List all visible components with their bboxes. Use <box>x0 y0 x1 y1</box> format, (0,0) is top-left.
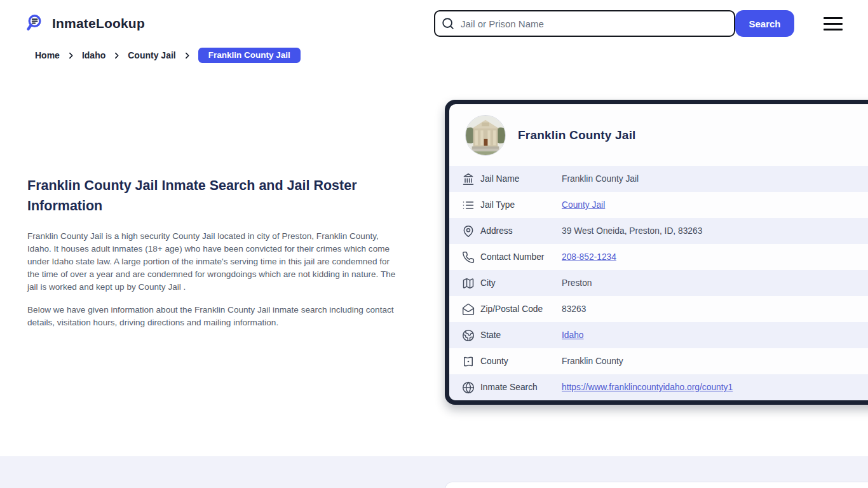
map-pin-icon <box>462 225 475 238</box>
row-value: 83263 <box>562 304 586 314</box>
card-header: Franklin County Jail <box>449 104 868 166</box>
jail-info-row: Contact Number208-852-1234 <box>449 244 868 270</box>
row-label: Jail Type <box>480 200 557 210</box>
jail-info-row: StateIdaho <box>449 322 868 348</box>
breadcrumb-county-jail[interactable]: County Jail <box>128 50 175 60</box>
jail-info-row: Address39 West Oneida, Preston, ID, 8326… <box>449 218 868 244</box>
row-value: Franklin County <box>562 356 623 366</box>
jail-photo-avatar <box>465 115 506 156</box>
jail-info-row: CountyFranklin County <box>449 348 868 374</box>
row-label: Jail Name <box>480 174 557 184</box>
list-icon <box>462 199 475 212</box>
row-value-link[interactable]: 208-852-1234 <box>562 252 616 262</box>
article-paragraph: Below we have given information about th… <box>27 304 398 329</box>
breadcrumb-idaho[interactable]: Idaho <box>82 50 105 60</box>
menu-icon[interactable] <box>824 17 843 31</box>
jail-card-title: Franklin County Jail <box>518 128 636 142</box>
flag-map-icon <box>462 355 475 368</box>
jail-info-card: Franklin County Jail Jail NameFranklin C… <box>445 100 868 405</box>
magnifier-logo-icon <box>25 13 46 34</box>
row-label: Inmate Search <box>480 383 557 392</box>
earth-icon <box>462 329 475 342</box>
row-label: Address <box>480 226 557 236</box>
row-value-link[interactable]: County Jail <box>562 200 605 210</box>
chevron-right-icon <box>67 51 75 60</box>
jail-info-row: Inmate Searchhttps://www.franklincountyi… <box>449 374 868 400</box>
row-value: Preston <box>562 278 592 288</box>
row-label: State <box>480 330 557 340</box>
search-icon <box>441 17 455 30</box>
row-value-link[interactable]: https://www.franklincountyidaho.org/coun… <box>562 383 733 392</box>
jail-info-row: Zip/Postal Code83263 <box>449 296 868 322</box>
article-paragraph: Franklin County Jail is a high security … <box>27 230 398 294</box>
globe-icon <box>462 381 475 394</box>
page-title: Franklin County Jail Inmate Search and J… <box>27 175 398 216</box>
mail-open-icon <box>462 303 475 316</box>
chevron-right-icon <box>112 51 121 60</box>
next-card-edge <box>445 482 868 488</box>
search-button[interactable]: Search <box>735 10 794 37</box>
article: Franklin County Jail Inmate Search and J… <box>27 175 398 339</box>
row-label: City <box>480 278 557 288</box>
row-label: Contact Number <box>480 252 557 262</box>
chevron-right-icon <box>183 51 191 60</box>
breadcrumb-home[interactable]: Home <box>35 50 60 60</box>
breadcrumb: Home Idaho County Jail Franklin County J… <box>35 48 301 63</box>
row-value-link[interactable]: Idaho <box>562 330 584 340</box>
row-value: Franklin County Jail <box>562 174 639 184</box>
brand-logo[interactable]: InmateLookup <box>25 13 145 34</box>
search-input[interactable] <box>434 10 735 37</box>
row-label: County <box>480 356 557 366</box>
search-bar: Search <box>434 10 794 37</box>
landmark-icon <box>462 173 475 186</box>
breadcrumb-current-badge: Franklin County Jail <box>198 48 301 63</box>
brand-name: InmateLookup <box>52 16 145 31</box>
phone-icon <box>462 251 475 264</box>
map-icon <box>462 277 475 290</box>
jail-info-row: Jail NameFranklin County Jail <box>449 166 868 192</box>
jail-info-row: CityPreston <box>449 270 868 296</box>
jail-info-row: Jail TypeCounty Jail <box>449 192 868 218</box>
row-value: 39 West Oneida, Preston, ID, 83263 <box>562 226 702 236</box>
jail-info-rows: Jail NameFranklin County JailJail TypeCo… <box>449 166 868 400</box>
row-label: Zip/Postal Code <box>480 304 557 314</box>
